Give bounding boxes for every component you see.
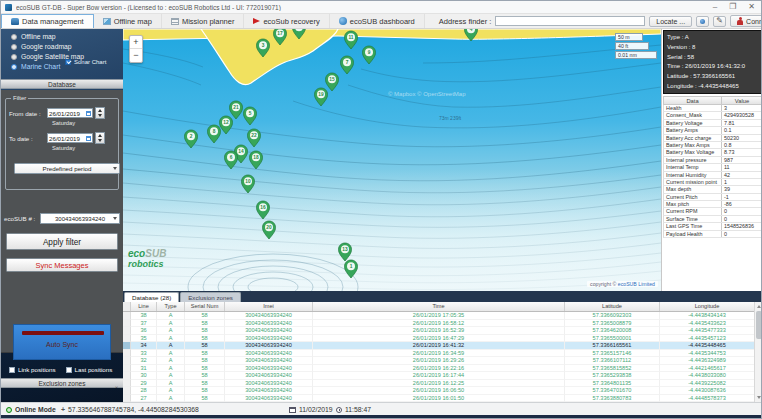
database-section-header[interactable]: Database (1, 79, 123, 89)
connect-gps-button[interactable]: Connect to GPS (730, 15, 762, 27)
table-row-line-32[interactable]: 32A5830043406393424026/01/2019 16:29:265… (123, 357, 754, 365)
data-row-payload-health[interactable]: Payload Health0 (663, 231, 762, 238)
tab-ecosub-dashboard[interactable]: ecoSUB dashboard (330, 14, 425, 28)
checkbox-link-positions[interactable]: Link positions (9, 366, 56, 373)
column-header-line[interactable]: Line (131, 302, 157, 311)
minimize-button[interactable]: – (713, 3, 717, 11)
column-header-value[interactable]: Value (722, 97, 762, 104)
edit-button[interactable]: ✎ (713, 16, 726, 27)
data-row-internal-pressure[interactable]: Internal pressure987 (663, 157, 762, 164)
scrollbar-thumb[interactable] (756, 311, 762, 339)
table-row-line-28[interactable]: 28A5830043406393424026/01/2019 16:06:505… (123, 387, 754, 395)
row-selector[interactable] (123, 380, 131, 388)
zoom-out-button[interactable]: − (130, 49, 142, 62)
data-row-current-pitch[interactable]: Current Pitch-1 (663, 194, 762, 201)
calendar-icon[interactable] (86, 136, 91, 141)
column-header-serial-num[interactable]: Serial Num (185, 302, 225, 311)
column-header-time[interactable]: Time (313, 302, 565, 311)
checkbox-icon[interactable] (66, 367, 72, 373)
table-row-line-31[interactable]: 31A5830043406393424026/01/2019 16:22:165… (123, 365, 754, 373)
map-option-offline-map[interactable]: Offline map (11, 32, 84, 41)
row-selector[interactable] (123, 395, 131, 403)
sonar-chart-checkbox[interactable] (65, 59, 71, 65)
tab-mission-planner[interactable]: Mission planner (162, 14, 245, 28)
table-row-line-38[interactable]: 38A5830043406393424026/01/2019 17:05:355… (123, 312, 754, 320)
data-row-battery-acc-charge[interactable]: Battery Acc charge50230 (663, 135, 762, 142)
data-row-internal-temp[interactable]: Internal Temp11 (663, 164, 762, 171)
ecosub-number-dropdown[interactable]: 300434063934240 (40, 213, 120, 224)
radio-icon[interactable] (11, 44, 17, 50)
row-selector[interactable] (123, 357, 131, 365)
table-row-line-30[interactable]: 30A5830043406393424026/01/2019 16:17:445… (123, 372, 754, 380)
to-date-input[interactable]: 26/01/2019 (47, 133, 93, 143)
data-row-current-rpm[interactable]: Current RPM0 (663, 208, 762, 215)
sonar-chart-option[interactable]: Sonar Chart (65, 59, 106, 65)
row-selector[interactable] (123, 350, 131, 358)
apply-filter-button[interactable]: Apply filter (6, 233, 118, 250)
table-scrollbar[interactable] (754, 302, 762, 402)
checkbox-icon[interactable] (9, 367, 15, 373)
from-date-input[interactable]: 26/01/2019 (47, 108, 93, 118)
column-header-longitude[interactable]: Longitude (660, 302, 754, 311)
center-position-button[interactable] (696, 16, 709, 27)
checkbox-last-positions[interactable]: Last positions (66, 366, 113, 373)
table-row-line-33[interactable]: 33A5830043406393424026/01/2019 16:34:595… (123, 350, 754, 358)
column-header-type[interactable]: Type (157, 302, 185, 311)
radio-icon[interactable] (11, 54, 17, 60)
row-selector[interactable] (123, 320, 131, 328)
auto-sync-button[interactable]: Auto Sync (13, 324, 111, 360)
map-option-google-roadmap[interactable]: Google roadmap (11, 42, 84, 51)
copyright-link[interactable]: ecoSUB Limited (618, 281, 655, 287)
scroll-up-icon[interactable] (757, 305, 761, 308)
tab-ecosub-recovery[interactable]: ecoSub recovery (244, 14, 329, 28)
data-row-battery-max-voltage[interactable]: Battery Max Voltage8.73 (663, 149, 762, 156)
calendar-icon[interactable] (86, 111, 91, 116)
data-row-max-depth[interactable]: Max depth39 (663, 186, 762, 193)
maximize-button[interactable]: ❐ (729, 3, 736, 11)
column-header-data[interactable]: Data (664, 97, 722, 104)
to-date-stepper[interactable] (95, 132, 105, 144)
table-row-line-27[interactable]: 27A5830043406393424026/01/2019 16:01:505… (123, 395, 754, 403)
data-row-battery-max-amps[interactable]: Battery Max Amps0.8 (663, 142, 762, 149)
table-tab-exclusion-zones[interactable]: Exclusion zones (180, 292, 241, 302)
address-finder-input[interactable] (495, 16, 645, 26)
column-header-latitude[interactable]: Latitude (565, 302, 660, 311)
table-row-line-34[interactable]: 34A5830043406393424026/01/2019 16:41:325… (123, 342, 754, 350)
data-row-internal-humidity[interactable]: Internal Humidity42 (663, 172, 762, 179)
data-row-battery-amps[interactable]: Battery Amps0.1 (663, 127, 762, 134)
radio-icon[interactable] (11, 64, 17, 70)
table-row-line-36[interactable]: 36A5830043406393424026/01/2019 16:52:395… (123, 327, 754, 335)
cell-latitude: 57.3364701670 (565, 387, 660, 395)
row-selector[interactable] (123, 342, 131, 350)
data-row-surface-time[interactable]: Surface Time0 (663, 216, 762, 223)
data-row-current-mission-point[interactable]: Current mission point1 (663, 179, 762, 186)
table-row-line-29[interactable]: 29A5830043406393424026/01/2019 16:12:255… (123, 380, 754, 388)
row-selector[interactable] (123, 372, 131, 380)
table-row-line-35[interactable]: 35A5830043406393424026/01/2019 16:47:295… (123, 335, 754, 343)
data-row-battery-voltage[interactable]: Battery Voltage7.81 (663, 120, 762, 127)
exclusion-zones-expander[interactable]: Exclusion zones ⌄ (1, 378, 123, 388)
radio-icon[interactable] (11, 34, 17, 40)
row-selector[interactable] (123, 327, 131, 335)
close-button[interactable]: ✕ (748, 3, 755, 11)
row-selector[interactable] (123, 335, 131, 343)
table-tab-database-28[interactable]: Database (28) (124, 292, 179, 302)
from-date-stepper[interactable] (95, 107, 105, 119)
data-row-health[interactable]: Health3 (663, 105, 762, 112)
zoom-in-button[interactable]: + (130, 36, 142, 49)
map-canvas[interactable]: 1723311497151921512822214618101620131 + … (123, 29, 661, 291)
column-header-imei[interactable]: Imei (225, 302, 313, 311)
row-selector[interactable] (123, 365, 131, 373)
tab-data-management[interactable]: Data management (1, 14, 94, 28)
data-row-last-gps-time[interactable]: Last GPS Time1548526836 (663, 223, 762, 230)
row-selector[interactable] (123, 312, 131, 320)
scroll-down-icon[interactable] (757, 396, 761, 399)
locate-button[interactable]: Locate ... (649, 16, 692, 27)
data-row-max-pitch[interactable]: Max pitch-86 (663, 201, 762, 208)
row-selector[interactable] (123, 387, 131, 395)
sync-messages-button[interactable]: Sync Messages (6, 258, 118, 272)
predefined-period-dropdown[interactable]: Predefined period (14, 163, 120, 174)
data-row-consent-mask[interactable]: Consent_Mask4294930528 (663, 112, 762, 119)
table-row-line-37[interactable]: 37A5830043406393424026/01/2019 16:58:125… (123, 320, 754, 328)
tab-offline-map[interactable]: Offline map (94, 14, 162, 28)
